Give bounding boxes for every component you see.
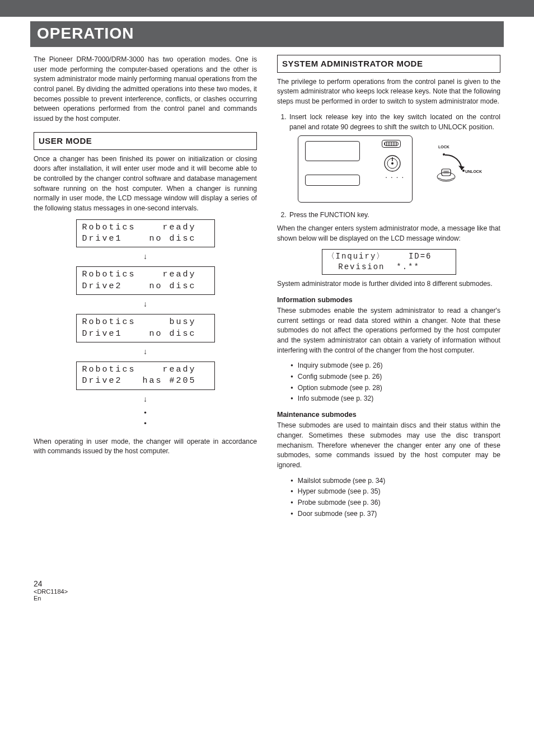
down-arrow-icon: ↓ xyxy=(34,393,257,405)
top-gray-band xyxy=(0,0,534,17)
info-submodes-list: Inquiry submode (see p. 26) Config submo… xyxy=(277,361,500,404)
step-1: Insert lock release key into the key swi… xyxy=(288,112,500,132)
panel-slot xyxy=(305,175,360,186)
intro-paragraph: The Pioneer DRM-7000/DRM-3000 has two op… xyxy=(34,55,257,124)
right-column: SYSTEM ADMINISTRATOR MODE The privilege … xyxy=(277,55,500,523)
step-list-2: Press the FUNCTION key. xyxy=(277,210,500,220)
down-arrow-icon: ↓ xyxy=(34,346,257,357)
list-item: Info submode (see p. 32) xyxy=(291,394,500,404)
svg-point-6 xyxy=(462,170,465,172)
left-column: The Pioneer DRM-7000/DRM-3000 has two op… xyxy=(34,55,257,523)
lcd-display-inquiry: 〈Inquiry〉 ID=6 Revision *.** xyxy=(322,249,456,275)
user-mode-heading: USER MODE xyxy=(34,132,257,150)
maint-submodes-list: Mailslot submode (see p. 34) Hyper submo… xyxy=(277,476,500,519)
step-list: Insert lock release key into the key swi… xyxy=(277,112,500,132)
unlock-label: UNLOCK xyxy=(465,169,482,175)
sysadmin-post: When the changer enters system administr… xyxy=(277,224,500,243)
user-mode-paragraph: Once a changer has been finished its pow… xyxy=(34,154,257,214)
vertical-ellipsis-icon: •• xyxy=(34,408,257,429)
down-arrow-icon: ↓ xyxy=(34,251,257,262)
info-submodes-heading: Information submodes xyxy=(277,295,500,305)
sysadmin-heading: SYSTEM ADMINISTRATOR MODE xyxy=(277,55,500,73)
doc-code: <DRC1184> xyxy=(34,588,500,595)
chapter-title: OPERATION xyxy=(30,21,504,47)
info-submodes-paragraph: These submodes enable the system adminis… xyxy=(277,306,500,355)
svg-point-5 xyxy=(443,153,445,156)
list-item: Option submode (see p. 28) xyxy=(291,383,500,393)
list-item: Hyper submode (see p. 35) xyxy=(291,487,500,497)
lcd-display-1: Robotics ready Drive1 no disc xyxy=(76,219,215,248)
lcd-display-2: Robotics ready Drive2 no disc xyxy=(76,266,215,295)
page-number: 24 xyxy=(34,579,500,588)
list-item: Inquiry submode (see p. 26) xyxy=(291,361,500,371)
svg-point-2 xyxy=(391,162,394,165)
sysadmin-intro: The privilege to perform operations from… xyxy=(277,77,500,107)
sysadmin-after-lcd: System administrator mode is further div… xyxy=(277,279,500,289)
page: OPERATION The Pioneer DRM-7000/DRM-3000 … xyxy=(0,0,534,624)
list-item: Config submode (see p. 26) xyxy=(291,372,500,382)
list-item: Door submode (see p. 37) xyxy=(291,509,500,519)
user-mode-closing: When operating in user mode, the changer… xyxy=(34,437,257,457)
panel-label-hatch xyxy=(384,142,399,146)
maint-submodes-paragraph: These submodes are used to maintain disc… xyxy=(277,421,500,470)
lcd-display-3: Robotics busy Drive1 no disc xyxy=(76,314,215,342)
lcd-display-4: Robotics ready Drive2 has #205 xyxy=(76,361,215,390)
doc-lang: En xyxy=(34,595,500,602)
key-switch-icon xyxy=(382,153,402,173)
panel-indicator-dots: • • • • xyxy=(386,175,405,180)
panel-window xyxy=(305,141,360,161)
page-footer: 24 <DRC1184> En xyxy=(34,579,500,602)
step-2: Press the FUNCTION key. xyxy=(288,210,500,220)
two-column-layout: The Pioneer DRM-7000/DRM-3000 has two op… xyxy=(34,55,500,523)
list-item: Mailslot submode (see p. 34) xyxy=(291,476,500,486)
list-item: Probe submode (see p. 36) xyxy=(291,498,500,508)
down-arrow-icon: ↓ xyxy=(34,298,257,309)
control-panel-figure: • • • • LOCK UNLOCK xyxy=(295,135,483,205)
key-icon xyxy=(434,163,460,184)
lock-label: LOCK xyxy=(438,144,449,150)
maint-submodes-heading: Maintenance submodes xyxy=(277,410,500,420)
